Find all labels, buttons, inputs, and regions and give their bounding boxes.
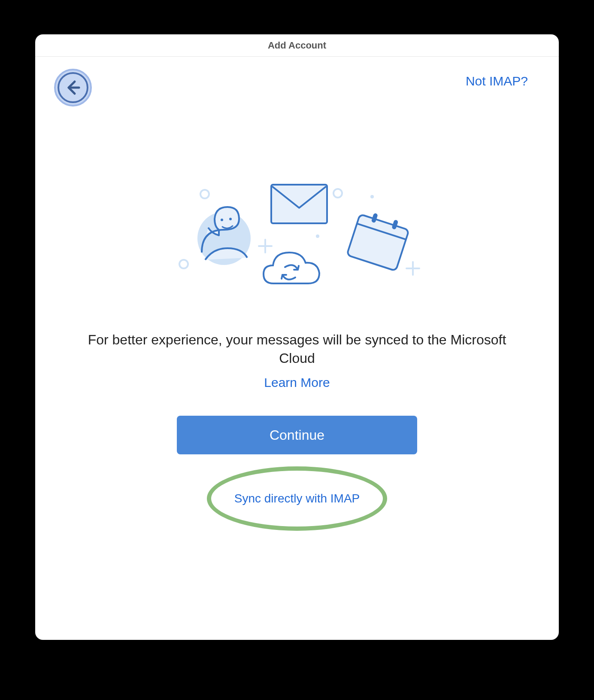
back-button[interactable] [54,69,92,107]
add-account-window: Add Account Not IMAP? [35,34,559,640]
svg-point-4 [316,234,319,238]
back-arrow-icon [58,72,88,103]
sync-illustration [164,176,430,305]
cloud-sync-icon [264,253,319,283]
sync-imap-highlight: Sync directly with IMAP [207,466,387,531]
person-icon [197,207,251,265]
svg-point-5 [179,260,188,268]
continue-button[interactable]: Continue [177,416,417,454]
window-title: Add Account [268,40,326,51]
svg-point-13 [229,218,232,220]
envelope-icon [271,185,327,223]
svg-point-2 [333,189,342,198]
svg-point-12 [221,219,223,221]
svg-rect-14 [347,214,409,271]
svg-point-1 [200,190,209,198]
calendar-icon [347,209,411,271]
sync-directly-imap-link[interactable]: Sync directly with IMAP [234,492,360,505]
svg-point-3 [370,195,374,198]
learn-more-link[interactable]: Learn More [52,375,542,390]
not-imap-link[interactable]: Not IMAP? [466,74,528,88]
sync-message-text: For better experience, your messages wil… [52,331,542,368]
window-titlebar: Add Account [35,34,559,57]
window-content: Not IMAP? [35,57,559,640]
svg-rect-10 [271,185,327,223]
